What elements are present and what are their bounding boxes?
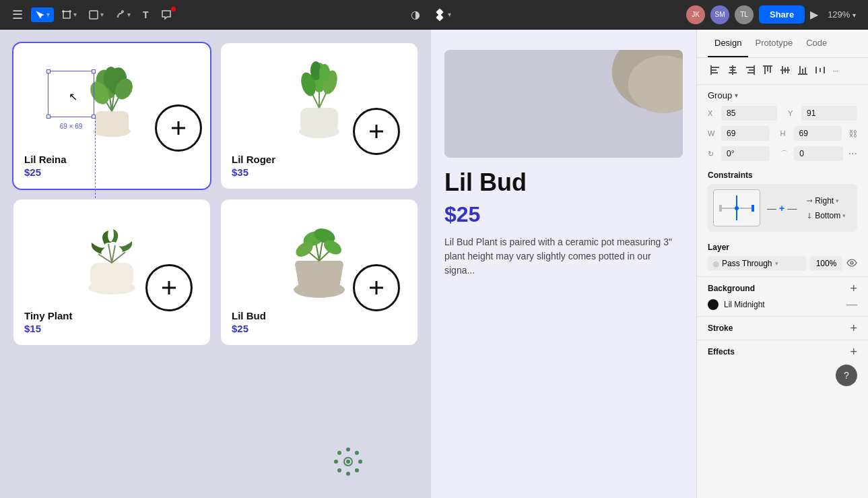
constraint-selects: Right ▾ Bottom ▾ [803,195,848,222]
svg-rect-23 [300,108,338,131]
w-label: W [708,129,716,137]
opacity-input[interactable] [810,256,842,271]
resize-handle-bl[interactable] [46,115,51,119]
remove-color-btn[interactable]: — [846,299,857,311]
stroke-section: Stroke + [697,317,868,340]
svg-point-31 [319,64,330,82]
h-input[interactable] [794,126,842,141]
plant-image-4 [279,217,360,298]
product-title: Lil Bud [444,168,683,197]
canvas[interactable]: ↖ 69 × 69 Lil Reina $25 [0,30,696,498]
card-image-area-2 [232,54,407,148]
product-detail-svg [444,50,683,158]
zoom-control[interactable]: 129% ▾ [824,7,860,22]
svg-point-93 [850,261,853,264]
plant-image-2 [279,61,360,142]
effects-title: Effects [708,347,735,356]
right-panel: Design Prototype Code [696,30,868,498]
align-toolbar: ··· [697,58,868,85]
visibility-toggle[interactable] [846,258,857,269]
group-chevron-icon[interactable]: ▾ [735,92,738,99]
tab-design[interactable]: Design [708,30,748,57]
plant-name-1: Lil Reina [24,154,199,165]
layer-section: Layer ◎ Pass Through ▾ [697,237,868,277]
constraint-vertical-select[interactable]: Bottom ▾ [803,210,848,222]
card-tiny-plant[interactable]: Tiny Plant $15 [13,199,210,345]
svg-rect-67 [711,69,716,71]
rotation-input[interactable] [721,146,770,161]
blend-mode-selector[interactable]: ◎ Pass Through ▾ [708,256,806,271]
align-middle-btn[interactable] [778,63,793,79]
comment-tool[interactable] [157,7,176,23]
more-align-btn[interactable]: ··· [830,65,841,77]
constraint-horizontal-select[interactable]: Right ▾ [803,195,848,207]
constraint-v-arrow: ▾ [842,212,846,219]
tab-prototype[interactable]: Prototype [748,30,799,57]
card-lil-bud[interactable]: Lil Bud $25 [221,199,418,345]
menu-button[interactable]: ☰ [8,5,27,25]
plant-image-1 [71,61,152,142]
add-to-cart-1[interactable] [155,104,202,152]
product-description: Lil Bud Plant is paired with a ceramic p… [444,235,683,278]
plant-name-4: Lil Bud [232,310,407,321]
frame-tool[interactable]: ▾ [58,7,81,22]
align-left-btn[interactable] [708,63,723,79]
distribute-btn[interactable] [813,63,828,79]
add-to-cart-4[interactable] [353,264,400,311]
svg-rect-87 [802,69,803,74]
constraint-minus2-icon: — [787,203,797,214]
avatar-2: SM [710,5,729,24]
svg-rect-74 [746,67,754,68]
align-center-h-btn[interactable] [725,63,740,79]
y-input[interactable] [801,106,857,121]
add-to-cart-2[interactable] [353,108,400,155]
svg-rect-73 [732,65,733,75]
preview-button[interactable]: ▶ [810,8,818,21]
blend-mode-label: Pass Through [722,259,772,268]
pen-tool[interactable]: ▾ [112,7,135,22]
w-input[interactable] [721,126,770,141]
y-label: Y [788,109,796,117]
corner-input[interactable] [794,146,842,161]
color-swatch[interactable] [708,299,719,310]
more-options-btn[interactable]: ··· [848,148,857,160]
blend-mode-icon: ◎ [713,260,719,268]
help-button[interactable]: ? [836,365,857,386]
svg-rect-68 [711,72,718,73]
select-tool[interactable]: ▾ [31,7,54,22]
svg-rect-85 [780,69,790,71]
card-lil-roger[interactable]: Lil Roger $35 [221,43,418,189]
stroke-title: Stroke [708,323,733,333]
text-tool[interactable]: T [139,7,153,23]
panel-tabs: Design Prototype Code [697,30,868,58]
svg-rect-77 [754,65,755,75]
shape-tool[interactable]: ▾ [85,7,108,22]
align-right-btn[interactable] [743,63,758,79]
help-area: ? [697,363,868,397]
align-top-btn[interactable] [760,63,775,79]
svg-rect-10 [95,111,129,133]
share-button[interactable]: Share [759,5,805,24]
add-stroke-btn[interactable]: + [850,322,857,334]
tab-code[interactable]: Code [799,30,834,57]
layer-title: Layer [708,243,857,252]
stroke-header: Stroke + [708,322,857,334]
x-input[interactable] [721,106,777,121]
rotation-icon: ↻ [708,150,716,158]
resize-handle-tl[interactable] [46,69,51,73]
contrast-toggle[interactable]: ◑ [407,5,424,24]
add-to-cart-3[interactable] [145,264,193,311]
component-btn[interactable]: ▾ [430,6,455,24]
add-effect-btn[interactable]: + [850,346,857,358]
add-background-btn[interactable]: + [850,282,857,294]
svg-line-38 [98,254,112,263]
align-bottom-btn[interactable] [795,63,810,79]
background-title: Background [708,284,755,293]
avatar-3: TL [735,5,754,24]
card-lil-reina[interactable]: ↖ 69 × 69 Lil Reina $25 [13,43,210,189]
constraint-h-arrow: ▾ [836,197,839,204]
lock-ratio-btn[interactable]: ⛓ [848,129,857,139]
background-header: Background + [708,282,857,294]
svg-rect-78 [764,66,766,74]
background-section: Background + Lil Midnight — [697,277,868,317]
